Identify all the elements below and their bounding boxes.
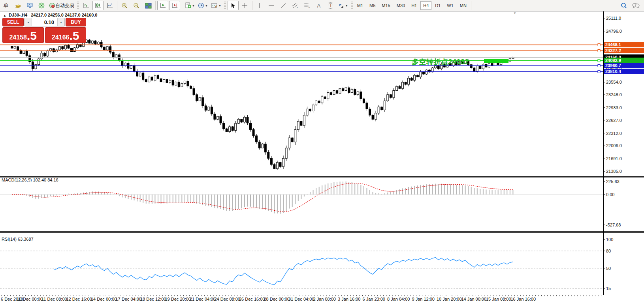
annotation-text[interactable]: 多空转折点24082 — [412, 57, 487, 67]
signals-icon[interactable] — [36, 1, 47, 10]
svg-text:E: E — [297, 6, 298, 9]
line-anchor-handle[interactable] — [598, 50, 600, 52]
text-tool-button[interactable]: A — [313, 1, 324, 10]
toolbar-separator — [252, 1, 252, 10]
arrows-icon — [338, 3, 345, 9]
time-axis-label: 9 Jan 12:00 — [412, 297, 435, 301]
price-axis-label: 22312.0 — [606, 131, 622, 136]
new-order-button[interactable]: 单 — [0, 1, 11, 10]
time-axis-label: 28 Dec 00:00 — [264, 297, 290, 301]
market-watch-icon[interactable] — [24, 1, 35, 10]
time-axis-label: 10 Dec 00:00 — [17, 297, 43, 301]
timeframe-button-m1[interactable]: M1 — [354, 1, 366, 10]
trade-panel-row: SELL ▼ 0.10 ▲ BUY — [2, 18, 86, 26]
volume-increase-button[interactable]: ▲ — [57, 18, 64, 26]
buy-button[interactable]: BUY — [66, 18, 86, 26]
bar-chart-button[interactable] — [81, 1, 92, 10]
toolbar-grip[interactable] — [224, 2, 226, 9]
macd-axis-label: -527.68 — [606, 223, 621, 227]
timeframe-button-m30[interactable]: M30 — [394, 1, 408, 10]
autotrade-label: 自动交易 — [55, 2, 74, 9]
time-axis-label: 10 Jan 20:00 — [437, 297, 462, 301]
clock-icon — [198, 2, 204, 9]
arrows-tool-button[interactable]: ▼ — [337, 1, 349, 10]
timeframe-button-m15[interactable]: M15 — [379, 1, 393, 10]
toolbar-grip[interactable] — [77, 2, 79, 9]
zoom-in-icon — [121, 2, 128, 9]
timeframe-button-mn[interactable]: MN — [457, 1, 469, 10]
annotation-highlight-rect[interactable] — [484, 59, 508, 63]
sell-button[interactable]: SELL — [2, 18, 24, 26]
price-axis-label: 24796.0 — [606, 29, 622, 34]
channel-tool-button[interactable]: E — [290, 1, 301, 10]
zoom-in-button[interactable] — [119, 1, 130, 10]
autotrade-button[interactable]: 自动交易 — [48, 1, 75, 10]
line-anchor-handle[interactable] — [598, 65, 600, 67]
line-anchor-handle[interactable] — [598, 44, 600, 46]
time-axis-label: 12 Dec 16:00 — [66, 297, 92, 301]
templates-button[interactable]: ▼ — [210, 1, 222, 10]
candle-chart-button[interactable] — [92, 1, 104, 10]
indicators-button[interactable]: ▼ — [184, 1, 196, 10]
tile-windows-button[interactable] — [143, 1, 154, 10]
candle-chart-icon — [94, 2, 102, 9]
fibonacci-icon: F — [303, 2, 311, 9]
crosshair-tool-button[interactable] — [239, 1, 250, 10]
bid-price-button[interactable]: 24158 .5 — [2, 27, 44, 43]
search-button[interactable] — [618, 1, 629, 10]
periods-button[interactable]: ▼ — [197, 1, 209, 10]
chart-title: ▲ DJ30-,H4 24217.0 24256.0 24137.0 24160… — [3, 13, 97, 17]
volume-input[interactable]: 0.10 — [32, 18, 57, 26]
scroll-marker-icon[interactable]: ▼ — [513, 11, 516, 15]
time-axis-label: 8 Jan 04:00 — [387, 297, 410, 301]
rsi-line — [54, 257, 513, 284]
oneclick-toggle-icon[interactable]: ▲ — [3, 14, 6, 17]
price-axis-label: 21385.0 — [606, 169, 622, 174]
time-axis-label: 21 Dec 04:00 — [190, 297, 215, 301]
toolbar-grip[interactable] — [351, 2, 353, 9]
volume-decrease-button[interactable]: ▼ — [25, 18, 32, 26]
comments-button[interactable] — [630, 1, 641, 10]
price-tag: 24468.1 — [604, 42, 644, 47]
horizontal-line-icon — [268, 3, 275, 9]
line-anchor-handle[interactable] — [598, 60, 600, 62]
auto-scroll-button[interactable] — [157, 1, 168, 10]
vline-tool-button[interactable] — [254, 1, 265, 10]
book-icon — [15, 3, 21, 9]
timeframe-button-h1[interactable]: H1 — [409, 1, 420, 10]
rsi-axis-label: 15 — [606, 286, 611, 291]
auto-scroll-icon — [159, 2, 166, 9]
hline-tool-button[interactable] — [266, 1, 277, 10]
label-tool-button[interactable]: T — [325, 1, 336, 10]
bid-integer: 24158 — [9, 33, 27, 42]
line-chart-button[interactable] — [104, 1, 115, 10]
zoom-out-icon — [133, 2, 140, 9]
monitor-icon — [26, 2, 33, 9]
trendline-tool-button[interactable] — [278, 1, 289, 10]
price-axis-label: 23554.0 — [606, 80, 622, 84]
time-axis-label: 6 Jan 23:00 — [363, 297, 386, 301]
timeframe-button-h4[interactable]: H4 — [420, 1, 431, 10]
ask-price-button[interactable]: 24166 .5 — [45, 27, 87, 43]
indicator-add-icon — [185, 2, 191, 9]
cursor-tool-button[interactable] — [228, 1, 239, 10]
timeframe-button-w1[interactable]: W1 — [444, 1, 456, 10]
chart-canvas[interactable] — [0, 0, 644, 305]
dropdown-icon: ▼ — [205, 4, 208, 7]
chart-window-icon[interactable] — [12, 1, 23, 10]
time-axis-label: 3 Jan 16:00 — [338, 297, 361, 301]
new-order-label: 单 — [4, 2, 8, 9]
template-icon — [211, 3, 218, 9]
line-chart-icon — [106, 2, 113, 9]
time-axis-label: 14 Jan 00:00 — [461, 297, 487, 301]
fibonacci-tool-button[interactable]: F — [301, 1, 313, 10]
timeframe-button-m5[interactable]: M5 — [367, 1, 378, 10]
time-axis-label: 24 Dec 08:00 — [215, 297, 240, 301]
zoom-out-button[interactable] — [131, 1, 142, 10]
timeframe-button-d1[interactable]: D1 — [432, 1, 443, 10]
time-axis-label: 26 Dec 16:00 — [239, 297, 265, 301]
line-anchor-handle[interactable] — [598, 71, 600, 73]
chart-shift-button[interactable] — [169, 1, 180, 10]
search-icon — [620, 2, 627, 9]
signal-icon — [38, 2, 45, 9]
